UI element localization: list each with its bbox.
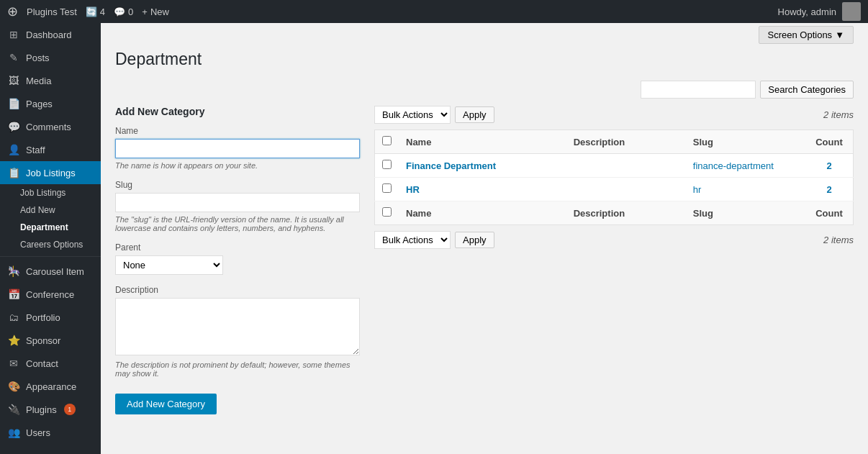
description-textarea[interactable]	[115, 298, 360, 355]
dashboard-icon: ⊞	[7, 29, 20, 40]
staff-icon: 👤	[7, 144, 20, 155]
avatar[interactable]	[842, 2, 861, 21]
page-title: Department	[115, 50, 854, 69]
sidebar-item-contact[interactable]: ✉ Contact	[0, 352, 101, 375]
row-name-1: Finance Department	[399, 154, 566, 178]
slug-label: Slug	[115, 180, 360, 190]
pages-icon: 📄	[7, 98, 20, 109]
sidebar-item-staff[interactable]: 👤 Staff	[0, 138, 101, 161]
categories-table: Name Description Slug Count Fina	[374, 130, 854, 225]
sidebar-item-dashboard[interactable]: ⊞ Dashboard	[0, 23, 101, 46]
row-count-link-2[interactable]: 2	[826, 184, 831, 195]
row-checkbox-1	[375, 154, 399, 178]
name-label: Name	[115, 126, 360, 136]
admin-bar: ⊕ Plugins Test 🔄 4 💬 0 + New Howdy, admi…	[0, 0, 868, 23]
apply-button-top[interactable]: Apply	[455, 106, 494, 123]
th-checkbox	[375, 130, 399, 154]
sidebar-item-label: Appearance	[26, 381, 76, 392]
sidebar-item-posts[interactable]: ✎ Posts	[0, 46, 101, 69]
sidebar-item-careers-options[interactable]: Careers Options	[0, 236, 101, 253]
row-count-1: 2	[805, 154, 854, 178]
sidebar-item-pages[interactable]: 📄 Pages	[0, 92, 101, 115]
sidebar-item-label: Users	[26, 427, 50, 438]
sidebar-item-label: Sponsor	[26, 335, 60, 346]
table-footer-row: Name Description Slug Count	[375, 201, 854, 225]
row-count-link-1[interactable]: 2	[826, 160, 831, 171]
carousel-icon: 🎠	[7, 265, 20, 277]
add-category-title: Add New Category	[115, 106, 360, 117]
sidebar-item-add-new[interactable]: Add New	[0, 201, 101, 219]
sidebar-item-job-listings-sub[interactable]: Job Listings	[0, 184, 101, 201]
sidebar-item-users[interactable]: 👥 Users	[0, 421, 101, 444]
submenu-label: Department	[20, 222, 68, 232]
row-slug-val-2: hr	[693, 184, 702, 195]
tfoot-slug[interactable]: Slug	[686, 201, 805, 225]
select-all-checkbox-bottom[interactable]	[382, 207, 392, 217]
row-name-link-2[interactable]: HR	[406, 184, 420, 195]
portfolio-icon: 🗂	[7, 312, 20, 323]
sponsor-icon: ⭐	[7, 335, 20, 346]
site-name[interactable]: Plugins Test	[27, 6, 77, 17]
screen-options-button[interactable]: Screen Options ▼	[759, 26, 854, 44]
sidebar-item-label: Dashboard	[26, 29, 72, 40]
parent-select[interactable]: None	[115, 255, 223, 275]
sidebar-item-label: Media	[26, 76, 51, 86]
apply-button-bottom[interactable]: Apply	[455, 232, 494, 248]
slug-input[interactable]	[115, 193, 360, 212]
sidebar-item-appearance[interactable]: 🎨 Appearance	[0, 375, 101, 398]
sidebar-item-comments[interactable]: 💬 Comments	[0, 115, 101, 138]
add-new-category-button[interactable]: Add New Category	[115, 394, 217, 414]
slug-description: The "slug" is the URL-friendly version o…	[115, 215, 360, 232]
admin-menu: ⊞ Dashboard ✎ Posts 🖼 Media 📄 Pages 💬 Co…	[0, 23, 101, 454]
row-select-2[interactable]	[382, 183, 392, 193]
th-description[interactable]: Description	[566, 130, 686, 154]
howdy-text: Howdy, admin	[778, 6, 836, 17]
name-input[interactable]	[115, 139, 360, 158]
tfoot-description[interactable]: Description	[566, 201, 686, 225]
submenu-label: Job Listings	[20, 188, 65, 198]
tfoot-count[interactable]: Count	[805, 201, 854, 225]
sidebar-item-sponsor[interactable]: ⭐ Sponsor	[0, 329, 101, 352]
sidebar-item-department[interactable]: Department	[0, 219, 101, 236]
row-select-1[interactable]	[382, 160, 392, 169]
main-content: Screen Options ▼ Department Search Categ…	[101, 23, 868, 454]
wp-logo-icon[interactable]: ⊕	[7, 4, 18, 19]
topbar-right: Screen Options ▼	[115, 23, 854, 44]
sidebar-item-label: Pages	[26, 99, 53, 109]
th-name[interactable]: Name	[399, 130, 566, 154]
slug-field: Slug The "slug" is the URL-friendly vers…	[115, 180, 360, 232]
parent-label: Parent	[115, 242, 360, 253]
sidebar-item-portfolio[interactable]: 🗂 Portfolio	[0, 306, 101, 329]
name-description: The name is how it appears on your site.	[115, 161, 360, 170]
row-desc-1	[566, 154, 686, 178]
content-area: Add New Category Name The name is how it…	[115, 106, 854, 414]
row-name-link-1[interactable]: Finance Department	[406, 160, 496, 171]
comments-icon[interactable]: 💬 0	[114, 6, 133, 17]
th-count[interactable]: Count	[805, 130, 854, 154]
updates-icon[interactable]: 🔄 4	[86, 6, 105, 17]
search-categories-button[interactable]: Search Categories	[760, 81, 854, 99]
select-all-checkbox-top[interactable]	[382, 136, 392, 145]
new-content[interactable]: + New	[142, 6, 169, 17]
description-desc: The description is not prominent by defa…	[115, 360, 360, 378]
contact-icon: ✉	[7, 358, 20, 369]
plugins-icon: 🔌	[7, 404, 20, 415]
sidebar-item-plugins[interactable]: 🔌 Plugins 1	[0, 398, 101, 421]
tfoot-checkbox	[375, 201, 399, 225]
bulk-actions-select-bottom[interactable]: Bulk Actions	[374, 231, 451, 249]
sidebar-item-carousel-item[interactable]: 🎠 Carousel Item	[0, 260, 101, 283]
sidebar-item-conference[interactable]: 📅 Conference	[0, 283, 101, 306]
screen-options-label: Screen Options	[768, 29, 833, 40]
th-slug[interactable]: Slug	[686, 130, 805, 154]
sidebar-item-label: Plugins	[26, 404, 57, 415]
sidebar-item-label: Comments	[26, 122, 71, 132]
search-input[interactable]	[641, 81, 756, 99]
bulk-actions-select-top[interactable]: Bulk Actions	[374, 106, 451, 124]
sidebar-item-media[interactable]: 🖼 Media	[0, 69, 101, 92]
tfoot-name[interactable]: Name	[399, 201, 566, 225]
row-slug-val-1: finance-department	[693, 160, 774, 171]
row-count-2: 2	[805, 178, 854, 201]
sidebar-item-job-listings[interactable]: 📋 Job Listings	[0, 161, 101, 184]
search-bar: Search Categories	[115, 81, 854, 99]
row-desc-2	[566, 178, 686, 201]
